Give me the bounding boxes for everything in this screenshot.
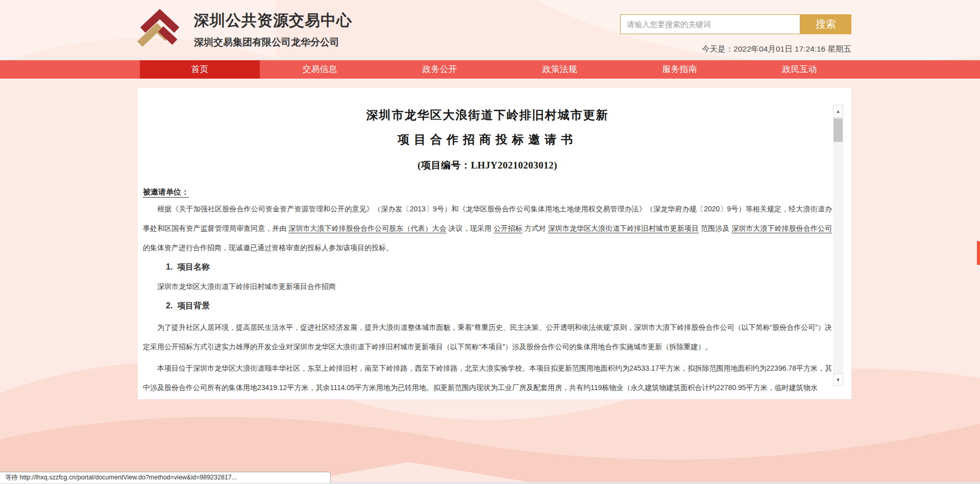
document-panel: 深圳市龙华区大浪街道下岭排旧村城市更新 项目合作招商投标邀请书 (项目编号：LH… [138,88,851,399]
window-scrollbar-thumb[interactable] [977,241,980,265]
document-title-line2: 项目合作招商投标邀请书 [143,132,832,148]
site-subtitle: 深圳交易集团有限公司龙华分公司 [194,36,352,49]
paragraph-location: 本项目位于深圳市龙华区大浪街道颐丰华社区，东至上岭排旧村，南至下岭排路，西至下岭… [143,358,832,397]
project-name-text: 深圳市龙华区大浪街道下岭排旧村城市更新项目合作招商 [143,277,832,296]
search-input[interactable] [620,14,800,34]
document-content: 深圳市龙华区大浪街道下岭排旧村城市更新 项目合作招商投标邀请书 (项目编号：LH… [143,88,832,399]
paragraph-segment-underlined: 深圳市大浪下岭排股份合作公司股东（代表）大会 [288,224,447,232]
document-title-line1: 深圳市龙华区大浪街道下岭排旧村城市更新 [143,107,832,123]
paragraph-segment: 范围涉及 [699,224,731,232]
paragraph-segment-underlined: 深圳市大浪下岭排股份合作公司 [731,224,832,232]
paragraph-segment: 决议，现采用 [447,224,494,232]
paragraph-segment-underlined: 公开招标 [494,224,522,232]
nav-item-service-guide[interactable]: 服务指南 [620,60,740,79]
scroll-down-icon[interactable]: ▼ [833,373,843,386]
paragraph-segment: 方式对 [522,224,548,232]
invited-party-label: 被邀请单位： [143,187,832,197]
site-header: 深圳公共资源交易中心 深圳交易集团有限公司龙华分公司 搜索 今天是：2022年0… [0,0,980,60]
browser-status-text: 等待 http://lhxq.szzfcg.cn/portal/document… [0,472,331,483]
scroll-up-icon[interactable]: ▲ [833,105,843,117]
document-project-number: (项目编号：LHJY20210203012) [143,159,832,172]
nav-item-home[interactable]: 首页 [140,60,260,79]
search-bar: 搜索 [620,14,851,34]
scrollbar-thumb[interactable] [834,118,843,142]
search-button[interactable]: 搜索 [800,14,851,34]
nav-item-trade-info[interactable]: 交易信息 [260,60,380,79]
site-title: 深圳公共资源交易中心 [194,10,352,31]
paragraph-basis: 根据《关于加强社区股份合作公司资金资产资源管理和公开的意见》（深办发〔2013〕… [143,199,832,257]
nav-item-policies[interactable]: 政策法规 [500,60,620,79]
main-nav: 首页 交易信息 政务公开 政策法规 服务指南 政民互动 [0,60,980,79]
paragraph-background: 为了提升社区人居环境，提高居民生活水平，促进社区经济发展，提升大浪街道整体城市面… [143,318,832,356]
nav-item-public-interaction[interactable]: 政民互动 [740,60,860,79]
document-scrollbar[interactable]: ▲ ▼ [833,105,843,386]
paragraph-segment-underlined: 深圳市龙华区大浪街道下岭排旧村城市更新项目 [548,224,699,232]
nav-item-gov-disclosure[interactable]: 政务公开 [380,60,500,79]
section-heading-project-name: 1. 项目名称 [166,257,832,277]
paragraph-segment: 的集体资产进行合作招商，现诚邀已通过资格审查的投标人参加该项目的投标。 [143,244,393,252]
logo-mark-icon [137,6,187,51]
current-date-text: 今天是：2022年04月01日 17:24:16 星期五 [702,44,851,55]
section-heading-project-background: 2. 项目背景 [166,296,832,316]
